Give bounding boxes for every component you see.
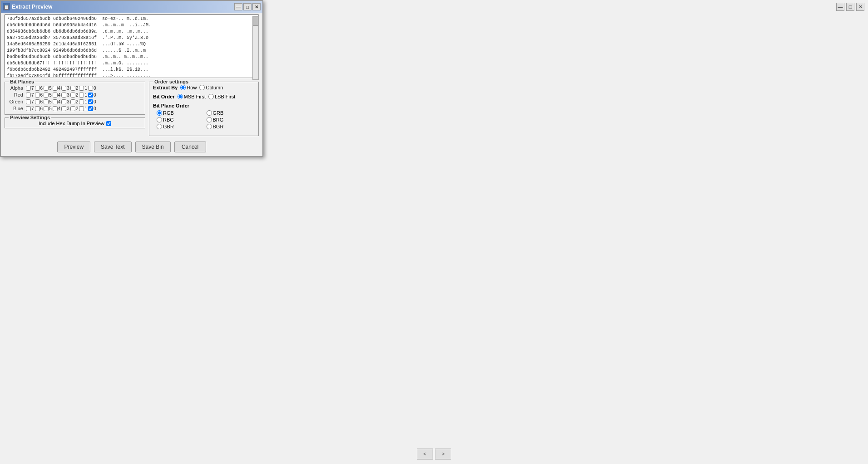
preview-line: b6db6db6db6db6db 6db6db6db6db6db6 .m..m.…: [7, 54, 250, 60]
lsb-first-label: LSB First: [215, 94, 235, 99]
bit-number-label: 5: [49, 106, 52, 111]
bit-green-1-checkbox[interactable]: [79, 99, 84, 104]
preview-line: 8a271c50d2a36db7 35792a5aad38a16f .'.P..…: [7, 35, 250, 41]
gbr-label: GBR: [163, 124, 174, 129]
bit-blue-7-checkbox[interactable]: [26, 106, 31, 111]
bit-red-4-checkbox[interactable]: [53, 93, 58, 98]
main-maximize-button[interactable]: □: [846, 3, 854, 11]
preview-scrollbar[interactable]: [252, 16, 259, 80]
include-hex-checkbox[interactable]: [106, 121, 111, 126]
include-hex-label[interactable]: Include Hex Dump In Preview: [39, 121, 111, 126]
bit-alpha-5-checkbox[interactable]: [44, 86, 49, 91]
bit-checkbox-group-green: 76543210: [26, 99, 96, 104]
bit-number-label: 4: [58, 99, 61, 104]
bit-alpha-3-checkbox[interactable]: [61, 86, 66, 91]
bit-alpha-1-checkbox[interactable]: [79, 86, 84, 91]
bit-alpha-7-checkbox[interactable]: [26, 86, 31, 91]
grb-option[interactable]: GRB: [207, 110, 255, 116]
bit-checkbox-item: 0: [88, 86, 96, 91]
bit-checkbox-item: 4: [53, 99, 61, 104]
extract-preview-dialog: 📋 Extract Preview — □ ✕ 736f2d657a2db6db…: [0, 0, 263, 157]
bit-order-label: Bit Order: [153, 94, 175, 99]
bit-red-7-checkbox[interactable]: [26, 93, 31, 98]
bit-plane-row-alpha: Alpha76543210: [9, 85, 141, 91]
gbr-radio[interactable]: [157, 124, 162, 129]
brg-option[interactable]: BRG: [207, 117, 255, 122]
rbg-radio[interactable]: [157, 117, 162, 122]
bit-red-1-checkbox[interactable]: [79, 93, 84, 98]
bit-red-6-checkbox[interactable]: [35, 93, 40, 98]
bit-blue-0-checkbox[interactable]: [88, 106, 93, 111]
rbg-option[interactable]: RBG: [157, 117, 205, 122]
msb-first-option[interactable]: MSB First: [178, 94, 206, 99]
bgr-radio[interactable]: [207, 124, 212, 129]
bit-green-3-checkbox[interactable]: [61, 99, 66, 104]
bit-checkbox-item: 4: [53, 93, 61, 98]
lsb-first-radio[interactable]: [208, 94, 214, 99]
msb-first-radio[interactable]: [178, 94, 183, 99]
bit-red-5-checkbox[interactable]: [44, 93, 49, 98]
forward-button[interactable]: >: [435, 449, 451, 459]
preview-line: f6b6db6cdb6b2492 492492497fffffff ...l.k…: [7, 67, 250, 73]
extract-by-column-option[interactable]: Column: [199, 85, 223, 90]
bit-alpha-2-checkbox[interactable]: [70, 86, 75, 91]
bit-blue-1-checkbox[interactable]: [79, 106, 84, 111]
preview-line: db6db6db6db67fff ffffffffffffffff .m..m.…: [7, 60, 250, 67]
bit-checkbox-item: 0: [88, 106, 96, 111]
dialog-close-button[interactable]: ✕: [252, 3, 261, 10]
bit-green-5-checkbox[interactable]: [44, 99, 49, 104]
brg-radio[interactable]: [207, 117, 212, 122]
bit-number-label: 2: [76, 86, 79, 91]
main-close-button[interactable]: ✕: [856, 3, 864, 11]
bit-green-4-checkbox[interactable]: [53, 99, 58, 104]
save-bin-button[interactable]: Save Bin: [135, 142, 171, 152]
bit-checkbox-item: 3: [61, 86, 69, 91]
dialog-minimize-button[interactable]: —: [234, 3, 242, 10]
extract-by-row-radio[interactable]: [180, 85, 186, 90]
extract-by-row-label: Row: [187, 85, 197, 90]
grb-radio[interactable]: [207, 110, 212, 116]
save-text-button[interactable]: Save Text: [94, 142, 131, 152]
bit-plane-order-section: Bit Plane Order RGB GRB RBG: [153, 103, 255, 129]
extract-by-column-radio[interactable]: [199, 85, 205, 90]
cancel-button[interactable]: Cancel: [174, 142, 206, 152]
rgb-option[interactable]: RGB: [157, 110, 205, 116]
bit-red-0-checkbox[interactable]: [88, 93, 93, 98]
bit-green-0-checkbox[interactable]: [88, 99, 93, 104]
bit-blue-2-checkbox[interactable]: [70, 106, 75, 111]
bit-blue-4-checkbox[interactable]: [53, 106, 58, 111]
rgb-radio[interactable]: [157, 110, 162, 116]
bit-number-label: 1: [84, 106, 87, 111]
bit-plane-order-grid: RGB GRB RBG BRG: [153, 110, 255, 129]
bit-red-2-checkbox[interactable]: [70, 93, 75, 98]
extract-by-row-option[interactable]: Row: [180, 85, 197, 90]
bit-blue-5-checkbox[interactable]: [44, 106, 49, 111]
main-minimize-button[interactable]: —: [836, 3, 844, 11]
bit-plane-row-red: Red76543210: [9, 92, 141, 98]
bit-green-6-checkbox[interactable]: [35, 99, 40, 104]
bit-plane-label-green: Green: [9, 99, 25, 104]
bit-checkbox-item: 3: [61, 93, 69, 98]
bit-alpha-4-checkbox[interactable]: [53, 86, 58, 91]
dialog-maximize-button[interactable]: □: [243, 3, 252, 10]
extract-by-section: Extract By Row Column: [153, 85, 255, 90]
bit-green-2-checkbox[interactable]: [70, 99, 75, 104]
scrollbar-thumb[interactable]: [253, 17, 258, 26]
preview-button[interactable]: Preview: [57, 142, 90, 152]
bit-checkbox-item: 5: [44, 86, 52, 91]
lsb-first-option[interactable]: LSB First: [208, 94, 235, 99]
bit-red-3-checkbox[interactable]: [61, 93, 66, 98]
bit-checkbox-group-red: 76543210: [26, 93, 96, 98]
bit-number-label: 3: [67, 99, 69, 104]
bgr-option[interactable]: BGR: [207, 124, 255, 129]
bit-blue-6-checkbox[interactable]: [35, 106, 40, 111]
bit-number-label: 2: [76, 106, 79, 111]
back-button[interactable]: <: [417, 449, 433, 459]
gbr-option[interactable]: GBR: [157, 124, 205, 129]
preview-text-area[interactable]: 736f2d657a2db6db 6db6db6492496db6 so-ez-…: [5, 15, 259, 78]
bit-alpha-0-checkbox[interactable]: [88, 86, 93, 91]
bit-green-7-checkbox[interactable]: [26, 99, 31, 104]
bit-alpha-6-checkbox[interactable]: [35, 86, 40, 91]
bit-blue-3-checkbox[interactable]: [61, 106, 66, 111]
bit-checkbox-item: 4: [53, 86, 61, 91]
